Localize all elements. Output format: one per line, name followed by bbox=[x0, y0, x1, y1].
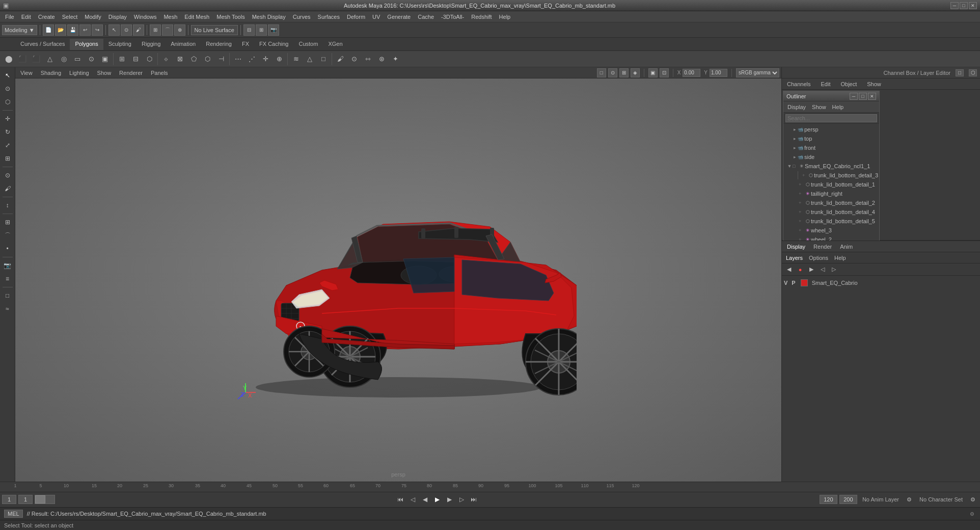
outliner-close[interactable]: ✕ bbox=[868, 93, 876, 100]
snap-point-left[interactable]: • bbox=[2, 243, 14, 255]
snap-curve-left[interactable]: ⌒ bbox=[2, 229, 14, 242]
wireframe-on-shaded[interactable]: ⊞ bbox=[619, 68, 629, 77]
outliner-help-menu[interactable]: Help bbox=[830, 103, 846, 111]
bridge-btn[interactable]: ⊠ bbox=[173, 52, 186, 66]
tree-item-taillight[interactable]: + ✳ taillight_right bbox=[783, 189, 879, 198]
tree-item-trunk5[interactable]: + ⬡ trunk_lid_bottom_detail_5 bbox=[783, 217, 879, 226]
scale-tool[interactable]: ⤢ bbox=[2, 139, 14, 151]
combine-btn[interactable]: ⊞ bbox=[115, 52, 128, 66]
disc-icon-btn[interactable]: ⊙ bbox=[85, 52, 98, 66]
connect-btn[interactable]: ✛ bbox=[259, 52, 272, 66]
plane-icon-btn[interactable]: ▭ bbox=[71, 52, 84, 66]
prev-keyframe-button[interactable]: ◁ bbox=[407, 494, 418, 505]
tree-item-persp[interactable]: ▸ 📹 persp bbox=[783, 125, 879, 134]
mirror-btn[interactable]: ⊣ bbox=[214, 52, 228, 66]
current-frame-input[interactable] bbox=[18, 495, 33, 504]
insert-loop-btn[interactable]: ⋯ bbox=[231, 52, 244, 66]
x-input[interactable] bbox=[683, 69, 700, 77]
cylinder-icon-btn[interactable]: ⬛ bbox=[30, 52, 43, 66]
soft-select[interactable]: ⊙ bbox=[2, 169, 14, 181]
paint-select-btn[interactable]: 🖌 bbox=[334, 52, 347, 66]
menu-surfaces[interactable]: Surfaces bbox=[315, 13, 343, 21]
layer-color-swatch[interactable] bbox=[801, 279, 808, 286]
wireframe-btn[interactable]: ⊞ bbox=[256, 24, 267, 36]
show-manip[interactable]: ↕ bbox=[2, 199, 14, 211]
tree-item-side[interactable]: ▸ 📹 side bbox=[783, 152, 879, 162]
universal-manip[interactable]: ⊞ bbox=[2, 152, 14, 165]
attribute-left[interactable]: ≡ bbox=[2, 273, 14, 285]
tab-curves-surfaces[interactable]: Curves / Surfaces bbox=[15, 39, 70, 50]
anim-tab[interactable]: Anim bbox=[838, 243, 855, 251]
tab-xgen[interactable]: XGen bbox=[323, 39, 347, 50]
next-frame-button[interactable]: ▶ bbox=[444, 494, 454, 505]
ch-float-btn[interactable]: ⬡ bbox=[969, 69, 977, 76]
layers-prev-btn[interactable]: ◀ bbox=[784, 265, 794, 274]
tab-animation[interactable]: Animation bbox=[166, 39, 201, 50]
select-tool-button[interactable]: ↖ bbox=[108, 24, 120, 36]
close-button[interactable]: ✕ bbox=[969, 2, 977, 9]
help-subtab[interactable]: Help bbox=[832, 254, 848, 262]
menu-deform[interactable]: Deform bbox=[344, 13, 368, 21]
xray-btn[interactable]: ◈ bbox=[631, 68, 640, 77]
menu-help[interactable]: Help bbox=[496, 13, 514, 21]
skip-end-button[interactable]: ⏭ bbox=[469, 494, 479, 505]
relax-btn[interactable]: ⊛ bbox=[375, 52, 388, 66]
renderer-menu[interactable]: Renderer bbox=[116, 69, 146, 76]
paint-weight[interactable]: 🖌 bbox=[2, 182, 14, 195]
layers-color-btn[interactable]: ● bbox=[795, 265, 805, 274]
safe-areas[interactable]: ⊡ bbox=[660, 68, 669, 77]
menu-curves[interactable]: Curves bbox=[290, 13, 314, 21]
paint-button[interactable]: 🖌 bbox=[133, 24, 144, 36]
layers-next-btn[interactable]: ▶ bbox=[806, 265, 816, 274]
menu-uv[interactable]: UV bbox=[369, 13, 383, 21]
soft-select-btn[interactable]: ⊙ bbox=[347, 52, 361, 66]
outliner-minimize[interactable]: ─ bbox=[850, 93, 858, 100]
minimize-button[interactable]: ─ bbox=[950, 2, 959, 9]
separate-btn[interactable]: ⊟ bbox=[129, 52, 142, 66]
paint-tool-left[interactable]: ⬡ bbox=[2, 96, 14, 108]
lasso-button[interactable]: ⊙ bbox=[121, 24, 132, 36]
cube-icon-btn[interactable]: ⬛ bbox=[16, 52, 29, 66]
menu-generate[interactable]: Generate bbox=[384, 13, 414, 21]
tree-item-wheel3[interactable]: + ✳ wheel_3 bbox=[783, 226, 879, 235]
snap-curve-button[interactable]: ⌒ bbox=[162, 24, 173, 36]
isolate-btn[interactable]: ⊙ bbox=[608, 68, 617, 77]
timeline-ruler[interactable]: 1 5 10 15 20 25 30 35 40 45 50 55 60 65 … bbox=[0, 482, 980, 492]
construction-plane-btn[interactable]: ⊟ bbox=[243, 24, 255, 36]
tab-rendering[interactable]: Rendering bbox=[201, 39, 237, 50]
display-layer[interactable]: □ bbox=[2, 289, 14, 302]
cam-attr-btn[interactable]: □ bbox=[597, 68, 606, 77]
panels-menu[interactable]: Panels bbox=[148, 69, 171, 76]
render-region-btn[interactable]: 📷 bbox=[268, 24, 279, 36]
layers-subtab[interactable]: Layers bbox=[784, 254, 805, 262]
tree-item-smart-eq[interactable]: ▼ □ ✳ Smart_EQ_Cabrio_ncl1_1 bbox=[783, 162, 879, 171]
split-btn[interactable]: ⊕ bbox=[273, 52, 286, 66]
menu-display[interactable]: Display bbox=[105, 13, 130, 21]
snap-point-button[interactable]: ⊕ bbox=[174, 24, 185, 36]
range-slider-thumb[interactable] bbox=[35, 495, 45, 503]
undo-button[interactable]: ↩ bbox=[79, 24, 91, 36]
outliner-search-input[interactable] bbox=[785, 114, 877, 122]
3d-viewport[interactable]: s bbox=[15, 78, 781, 482]
expand-icon[interactable]: ⚙ bbox=[968, 510, 976, 518]
lasso-tool-left[interactable]: ⊙ bbox=[2, 83, 14, 95]
display-tab[interactable]: Display bbox=[785, 243, 807, 251]
extract-btn[interactable]: ⬡ bbox=[143, 52, 156, 66]
menu-file[interactable]: File bbox=[2, 13, 17, 21]
shading-menu[interactable]: Shading bbox=[38, 69, 64, 76]
max-frame-input[interactable] bbox=[839, 495, 857, 504]
menu-mesh-tools[interactable]: Mesh Tools bbox=[213, 13, 248, 21]
pipe-icon-btn[interactable]: ▣ bbox=[98, 52, 112, 66]
anim-layer[interactable]: ≈ bbox=[2, 303, 14, 315]
extrude-btn[interactable]: ⟐ bbox=[159, 52, 173, 66]
outliner-display-menu[interactable]: Display bbox=[785, 103, 808, 111]
anim-layer-options[interactable]: ⚙ bbox=[904, 495, 914, 504]
show-menu[interactable]: Show bbox=[94, 69, 115, 76]
mel-button[interactable]: MEL bbox=[4, 510, 23, 518]
tab-object[interactable]: Object bbox=[835, 79, 862, 89]
triangulate-btn[interactable]: △ bbox=[303, 52, 316, 66]
menu-redshift[interactable]: Redshift bbox=[468, 13, 495, 21]
tab-polygons[interactable]: Polygons bbox=[70, 39, 103, 50]
skip-start-button[interactable]: ⏮ bbox=[395, 494, 405, 505]
menu-edit[interactable]: Edit bbox=[18, 13, 34, 21]
